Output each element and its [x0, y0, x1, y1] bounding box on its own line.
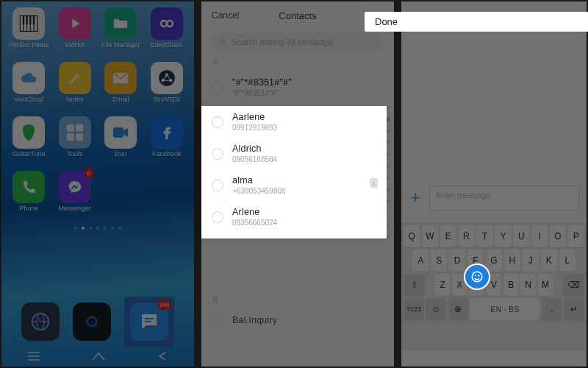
key-e[interactable]: E — [440, 225, 456, 247]
key-z[interactable]: Z — [435, 274, 451, 296]
search-icon — [219, 38, 227, 46]
rail-letter[interactable]: C — [387, 140, 391, 146]
rail-letter[interactable]: E — [387, 163, 391, 170]
app-email[interactable]: Email — [98, 62, 144, 113]
rail-letter[interactable]: D — [387, 152, 391, 158]
key-k[interactable]: K — [541, 250, 557, 272]
dock-browser[interactable] — [21, 302, 60, 341]
search-input[interactable]: Search among 33 contact(s) — [212, 32, 384, 52]
key-d[interactable]: D — [449, 250, 465, 272]
key-w[interactable]: W — [422, 225, 438, 247]
envelope-icon — [104, 62, 137, 94]
key-p[interactable]: P — [568, 225, 584, 247]
app-vidhot[interactable]: VidHot — [52, 7, 98, 59]
app-perfect-piano[interactable]: Perfect Piano — [6, 7, 52, 59]
rail-letter[interactable]: G — [387, 187, 391, 194]
key-o[interactable]: O — [550, 225, 566, 247]
chat-icon — [138, 311, 160, 333]
contact-row[interactable]: Aldrich09056188584 — [201, 138, 387, 169]
key-g[interactable]: G — [486, 250, 502, 272]
contact-phone: +639053459808 — [232, 187, 286, 195]
alpha-index-rail[interactable]: #ABCDEFGHIJK — [387, 105, 391, 241]
key-shift[interactable]: ⇧ — [404, 274, 425, 296]
app-phone[interactable]: Phone — [6, 171, 52, 222]
rail-letter[interactable]: K — [387, 234, 391, 241]
contact-row[interactable]: Arlene09356665024 — [201, 201, 387, 233]
key-backspace[interactable]: ⌫ — [563, 274, 584, 296]
key-i[interactable]: I — [531, 225, 548, 247]
contact-row[interactable]: Aarlene09912919893 — [201, 106, 387, 138]
radio-unchecked[interactable] — [212, 180, 223, 191]
key-r[interactable]: R — [459, 225, 475, 247]
app-tools[interactable]: Tools — [52, 116, 98, 168]
contact-row[interactable]: alma+6390534598081 — [201, 169, 387, 201]
key-u[interactable]: U — [513, 225, 529, 247]
radio-unchecked[interactable] — [212, 314, 223, 326]
app-vivocloud[interactable]: vivoCloud — [6, 62, 52, 113]
key-m[interactable]: M — [538, 274, 553, 296]
home-outline-icon[interactable] — [91, 351, 106, 361]
key-n[interactable]: N — [520, 274, 536, 296]
rail-letter[interactable]: A — [387, 116, 391, 123]
app-guitartuna[interactable]: GuitarTuna — [6, 116, 52, 168]
radio-unchecked[interactable] — [212, 211, 223, 223]
key-y[interactable]: Y — [495, 225, 511, 247]
rail-letter[interactable]: F — [387, 175, 391, 182]
key-s[interactable]: S — [431, 250, 447, 272]
app-grid: Perfect PianoVidHotFile ManagerEasyShare… — [1, 1, 194, 222]
folder-icon — [104, 7, 137, 40]
radio-unchecked[interactable] — [212, 148, 223, 160]
key-l[interactable]: L — [559, 250, 576, 272]
key-enter[interactable]: ↵ — [564, 298, 584, 320]
contact-phone: 09912919893 — [232, 124, 277, 132]
app-messenger[interactable]: 6Messenger — [52, 171, 98, 222]
svg-point-34 — [472, 272, 482, 282]
back-icon[interactable] — [157, 351, 168, 361]
key-period[interactable]: . — [542, 298, 562, 320]
app-label: Facebook — [152, 151, 182, 158]
menu-icon[interactable] — [27, 351, 40, 361]
message-input[interactable]: Enter message — [429, 185, 579, 210]
key-t[interactable]: T — [476, 225, 492, 247]
cancel-button[interactable]: Cancel — [212, 10, 239, 21]
contact-phone: 09356665024 — [232, 219, 277, 227]
rail-letter[interactable]: # — [387, 105, 391, 111]
dock-messages[interactable]: 245 — [130, 302, 168, 341]
key-emoji[interactable]: ☺ — [426, 298, 446, 320]
app-shareit[interactable]: SHAREit — [144, 62, 190, 113]
key-symbols[interactable]: ?123 — [404, 298, 424, 320]
dock-camera[interactable] — [73, 302, 111, 341]
search-placeholder: Search among 33 contact(s) — [232, 38, 333, 46]
key-globe[interactable]: ⊕ — [448, 298, 469, 320]
app-label: Tools — [67, 151, 82, 158]
app-file-manager[interactable]: File Manager — [98, 7, 144, 59]
contacts-title: Contacts — [279, 10, 316, 21]
key-j[interactable]: J — [523, 250, 539, 272]
contact-row[interactable]: Bal.Inquiry — [201, 308, 394, 332]
rail-letter[interactable]: J — [387, 222, 391, 229]
page-indicator — [1, 227, 194, 230]
emoji-icon — [470, 270, 484, 283]
done-button[interactable]: Done — [365, 12, 588, 32]
app-facebook[interactable]: Facebook — [144, 116, 190, 168]
dock-messages-highlight: 245 — [124, 297, 174, 347]
key-space[interactable]: EN · BS — [470, 298, 540, 320]
key-a[interactable]: A — [412, 250, 429, 272]
pick-icon — [12, 116, 45, 149]
key-b[interactable]: B — [503, 274, 519, 296]
rail-letter[interactable]: B — [387, 128, 391, 135]
app-notes[interactable]: Notes — [52, 62, 98, 113]
radio-unchecked[interactable] — [212, 116, 223, 128]
key-q[interactable]: Q — [404, 225, 420, 247]
contact-row-special[interactable]: "#"*#8351#"#" "#"*#8351#"#" — [201, 71, 394, 103]
key-h[interactable]: H — [504, 250, 520, 272]
svg-rect-1 — [23, 16, 24, 25]
radio-unchecked[interactable] — [212, 82, 223, 93]
add-attachment-button[interactable]: + — [409, 191, 422, 205]
toolbar-emoji-highlight[interactable] — [464, 263, 490, 290]
app-easyshare[interactable]: EasyShare — [144, 7, 190, 59]
rail-letter[interactable]: H — [387, 199, 391, 205]
app-label: Duo — [115, 151, 127, 158]
rail-letter[interactable]: I — [387, 210, 391, 217]
app-duo[interactable]: Duo — [98, 116, 144, 168]
